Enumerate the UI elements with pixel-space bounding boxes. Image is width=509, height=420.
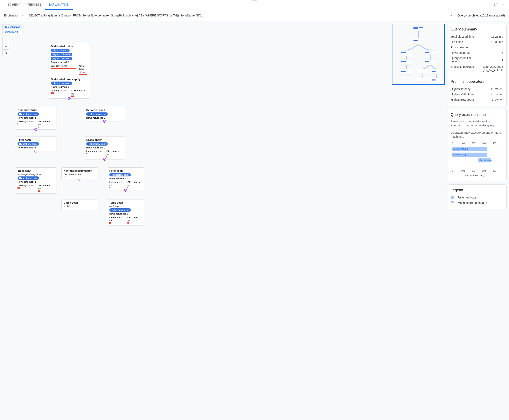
svg-rect-18 [417, 69, 428, 74]
bar-label: Machine grou [479, 159, 492, 161]
svg-text:0: 0 [452, 142, 453, 145]
query-text: SELECT s.SongName, s.Duration FROM Songs… [29, 14, 202, 17]
svg-rect-15 [425, 61, 429, 62]
latency-label: Latency: [109, 181, 119, 183]
query-select[interactable]: SELECT s.SongName, s.Duration FROM Songs… [26, 12, 455, 19]
kv-key: Highest row count [451, 98, 479, 101]
kv-key: Rows returned [451, 46, 479, 49]
link-icon[interactable] [500, 93, 503, 96]
card-title: Query summary [451, 27, 503, 31]
main: EXPANDED COMPACT + − [0, 21, 509, 420]
kv-val: 16.23 ms [491, 35, 503, 38]
fullscreen-icon[interactable] [494, 3, 498, 7]
cpu-label: CPU time: [127, 216, 139, 219]
swatch-striped-icon [451, 201, 454, 204]
rows-returned: Rows returned: 1 [86, 146, 123, 149]
collapse-toggle[interactable] [78, 178, 81, 180]
node-distributed-cross-apply[interactable]: Distributed cross apply Highest row coun… [49, 76, 90, 99]
query-summary-card: Query summary Total elapsed time16.23 ms… [447, 24, 507, 106]
svg-rect-7 [413, 43, 415, 44]
svg-text:100: 100 [461, 142, 465, 145]
badge: Highest row count [51, 57, 72, 60]
kv-val: auto_20230608_17_57_46UTC [482, 65, 503, 72]
zoom-controls: + − [2, 37, 9, 56]
node-title: Batch scan [64, 201, 96, 204]
node-title: Compute struct [17, 108, 54, 112]
legend-row: Returned rows [451, 195, 503, 200]
svg-rect-9 [401, 52, 406, 53]
rows-returned: Rows returned: 1 [109, 177, 142, 180]
svg-text:100: 100 [461, 170, 465, 172]
latency-label: Latency: [109, 216, 119, 219]
badge: Highest row count [17, 112, 39, 116]
node-table-scan[interactable]: Table scan on Songs Highest row count Ro… [107, 199, 144, 225]
kv-key: Highest latency [451, 87, 479, 90]
bar-label: Machine group 2 [453, 154, 468, 156]
tab-explanation[interactable]: EXPLANATION [45, 0, 73, 10]
svg-text:300: 300 [482, 142, 486, 145]
node-keyrangeaccumulator[interactable]: Keyrangeaccumulator CPU time: <1 ms [61, 167, 98, 179]
minimap[interactable] [392, 24, 445, 85]
chart-xlabel: Time (microseconds) [463, 174, 485, 177]
badge: Highest row count [86, 112, 108, 116]
kv-val: 1 row [492, 98, 499, 101]
view-compact[interactable]: COMPACT [3, 30, 22, 35]
node-serialize-result[interactable]: Serialize result Highest row count Rows … [84, 107, 125, 121]
svg-rect-1 [413, 27, 418, 28]
latency-value: <1 ms [61, 65, 67, 67]
badge: Highest row count [109, 208, 131, 212]
svg-text:0: 0 [452, 170, 453, 172]
collapse-icon[interactable] [501, 3, 505, 7]
node-index-scan[interactable]: Index scan on SongsBySongName Highest ro… [15, 167, 56, 194]
canvas-area[interactable]: EXPANDED COMPACT + − [0, 21, 447, 420]
svg-rect-21 [417, 78, 428, 82]
latency-label: Latency: [51, 65, 61, 67]
node-title: Keyrangeaccumulator [64, 169, 96, 172]
kv-key: Highest CPU time [451, 93, 479, 96]
cpu-label: CPU time: [106, 150, 118, 153]
kv-key: Statistics package [451, 65, 479, 72]
collapse-toggle[interactable] [68, 97, 71, 100]
tab-bar: SCHEMA RESULTS EXPLANATION [0, 0, 509, 10]
node-title: Distributed cross apply [51, 78, 88, 81]
legend-label: Returned rows [458, 196, 477, 199]
kv-val: 4 [502, 56, 503, 63]
node-filter-scan-1[interactable]: Filter scan Highest row count Rows retur… [15, 136, 56, 151]
link-icon[interactable] [500, 87, 503, 90]
badge: Highest CPU time [51, 53, 72, 56]
kv-val: <1 ms [490, 93, 499, 96]
node-cross-apply[interactable]: Cross apply Highest row count Rows retur… [84, 136, 125, 159]
collapse-toggle[interactable] [124, 189, 127, 192]
kv-key: Total elapsed time [451, 35, 479, 38]
badge: Highest latency [51, 49, 70, 52]
svg-rect-17 [401, 71, 406, 72]
query-completed-text: Query completed (16.23 ms elapsed) [457, 14, 505, 17]
view-expanded[interactable]: EXPANDED [3, 24, 22, 30]
node-compute-struct[interactable]: Compute struct Highest row count Rows re… [15, 107, 56, 129]
link-icon[interactable] [500, 98, 503, 101]
node-batch-scan[interactable]: Batch scan on $v2 [61, 199, 98, 210]
rows-returned: Rows returned: 1 [17, 180, 54, 183]
node-filter-scan-2[interactable]: Filter scan Highest row count Rows retur… [107, 167, 144, 190]
drag-handle[interactable] [252, 0, 257, 1]
kv-val: 1 [502, 46, 503, 49]
collapse-toggle[interactable] [103, 120, 106, 123]
rows-returned: Rows returned: 1 [51, 86, 88, 88]
zoom-in-button[interactable]: + [3, 37, 9, 43]
kv-key: Query optimizer version [451, 56, 479, 63]
zoom-out-button[interactable]: − [3, 43, 9, 49]
svg-rect-11 [425, 52, 429, 53]
latency-label: Latency: [51, 89, 61, 92]
node-distributed-union[interactable]: Distributed union Highest latency Highes… [49, 43, 90, 77]
tab-schema[interactable]: SCHEMA [4, 0, 24, 10]
collapse-toggle[interactable] [103, 158, 106, 161]
svg-text:300: 300 [482, 170, 486, 172]
zoom-reset-button[interactable] [3, 49, 9, 56]
rows-returned: Rows returned: 1 [17, 117, 54, 119]
tab-results[interactable]: RESULTS [24, 0, 45, 10]
legend-card: Legend Returned rows Machine group chang… [447, 184, 507, 209]
collapse-toggle[interactable] [34, 150, 37, 153]
timeline-card: Query execution timeline A machine group… [447, 109, 507, 181]
breadcrumb-label: Explanation [4, 14, 19, 17]
collapse-toggle[interactable] [34, 128, 37, 131]
